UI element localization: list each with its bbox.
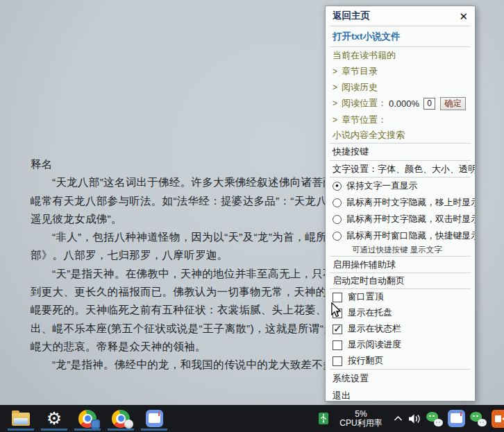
reading-position-input[interactable] (423, 98, 435, 110)
wechat-icon[interactable] (426, 411, 443, 427)
running-indicator (74, 429, 101, 431)
system-tray: 5% CPU利用率 (319, 405, 504, 432)
radio-button-icon: ● (333, 182, 342, 191)
checkbox-icon (333, 340, 342, 350)
mouse-cursor (330, 302, 342, 320)
close-icon[interactable]: ✕ (459, 11, 468, 21)
reading-position-value: 0.000% (389, 98, 419, 109)
running-indicator (108, 429, 134, 431)
volume-icon[interactable] (408, 413, 421, 424)
chrome-profile-badge-icon (124, 420, 133, 429)
checkbox-icon (333, 356, 342, 366)
menu-item-text-settings[interactable]: 文字设置：字体、颜色、大小、透明 (326, 161, 475, 177)
radio-button-icon (333, 215, 342, 224)
radio-button-icon (333, 232, 342, 241)
taskbar-apps: ⚙ (4, 405, 171, 432)
menu-item-fulltext-search[interactable]: 小说内容全文搜索 (326, 128, 475, 143)
running-indicator (8, 429, 34, 431)
menu-item-reading-position: > 阅读位置： 0.000% 确定 (326, 95, 475, 112)
radio-button-icon (333, 198, 342, 207)
hotkey-hint-text: 可通过快捷按键 显示文字 (326, 244, 475, 256)
chevron-right-icon: > (333, 67, 337, 76)
file-explorer-button[interactable] (4, 405, 37, 432)
reader-menu-panel: 返回主页 ✕ 打开txt小说文件 当前在读书籍的 > 章节目录 > 阅读历史 >… (325, 6, 476, 401)
running-indicator (41, 429, 67, 431)
menu-item-auto-page-turn[interactable]: 启动定时自动翻页 (326, 273, 475, 288)
confirm-button[interactable]: 确定 (440, 97, 466, 110)
radio-hide-on-leave-show-on-hover[interactable]: 鼠标离开时文字隐藏，移上时显示 (326, 194, 475, 211)
menu-item-reading-history[interactable]: > 阅读历史 (326, 79, 475, 95)
cpu-percent: 5% (355, 410, 367, 419)
settings-button[interactable]: ⚙ (37, 405, 71, 432)
wechat-icon-2[interactable] (470, 411, 487, 427)
gear-icon: ⚙ (47, 410, 62, 427)
menu-item-hotkeys[interactable]: 快捷按键 (326, 144, 475, 160)
menu-item-assist-ball[interactable]: 启用操作辅助球 (326, 257, 475, 273)
chevron-right-icon: > (333, 98, 337, 108)
menu-item-exit[interactable]: 退出 (326, 387, 475, 401)
panel-header: 返回主页 ✕ (326, 6, 475, 26)
cpu-label: CPU利用率 (339, 419, 382, 428)
checkbox-window-on-top[interactable]: 窗口置顶 (326, 289, 475, 305)
checkbox-page-by-line[interactable]: 按行翻页 (326, 353, 475, 369)
current-book-label: 当前在读书籍的 (326, 47, 475, 63)
taskbar: ⚙ 5% CPU利用率 (0, 405, 504, 432)
chrome-profile-badge-icon (91, 420, 100, 429)
menu-item-chapter-list[interactable]: > 章节目录 (326, 63, 475, 79)
chrome-button-1[interactable] (71, 405, 104, 432)
running-indicator (141, 429, 167, 431)
notes-app-icon (146, 410, 163, 427)
checkbox-show-in-statusbar[interactable]: ✓ 显示在状态栏 (326, 321, 475, 337)
radio-hide-on-leave-show-on-dblclick[interactable]: 鼠标离开时文字隐藏，双击时显示 (326, 211, 475, 227)
checkbox-show-in-tray[interactable]: ✓ 显示在托盘 (326, 305, 475, 321)
menu-item-chapter-position[interactable]: > 章节位置： (326, 112, 475, 128)
radio-keep-text-visible[interactable]: ● 保持文字一直显示 (326, 178, 475, 194)
open-txt-file-link[interactable]: 打开txt小说文件 (326, 26, 475, 46)
usb-device-tray-icon[interactable] (319, 413, 328, 424)
file-explorer-icon (12, 413, 30, 426)
video-app-icon[interactable] (492, 410, 504, 428)
checkbox-icon (333, 293, 342, 302)
menu-item-system-settings[interactable]: 系统设置 (326, 370, 475, 387)
radio-hide-window-show-by-hotkey[interactable]: 鼠标离开时窗口隐藏，快捷键显示 (326, 227, 475, 244)
notes-app-button[interactable] (137, 405, 171, 432)
chevron-right-icon: > (333, 115, 337, 125)
back-home-link[interactable]: 返回主页 (333, 10, 370, 22)
checkbox-icon: ✓ (333, 325, 342, 334)
cpu-usage-tray-widget[interactable]: 5% CPU利用率 (333, 410, 389, 427)
chrome-button-2[interactable] (104, 405, 137, 432)
meeting-app-icon[interactable] (448, 410, 465, 427)
chevron-right-icon: > (333, 83, 337, 92)
checkbox-show-reading-progress[interactable]: 显示阅读进度 (326, 337, 475, 353)
hidden-icons-chevron[interactable] (394, 415, 403, 422)
